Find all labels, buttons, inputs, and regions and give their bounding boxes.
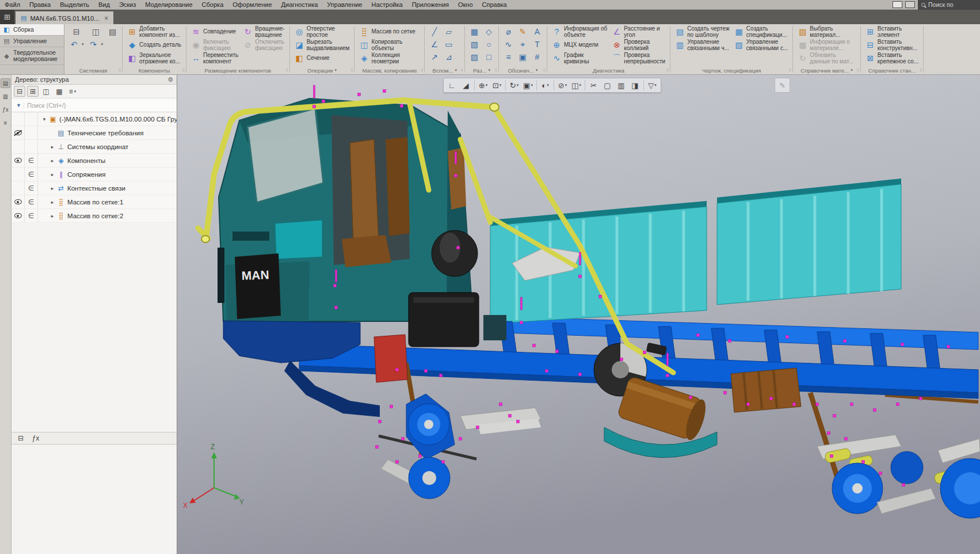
relation-cell[interactable]: ∈ <box>25 168 38 181</box>
note-diameter-button[interactable]: ⌀ <box>502 25 515 38</box>
menu-item[interactable]: Диагностика <box>277 1 323 9</box>
tree-item[interactable]: ▤Технические требования <box>12 126 177 140</box>
menu-item[interactable]: Правка <box>25 1 55 9</box>
section-button[interactable]: ◧Сечение <box>293 52 352 65</box>
mass-properties-button[interactable]: ⊕МЦХ модели <box>550 39 609 52</box>
collision-check-button[interactable]: ⊗Проверкаколлизий <box>610 39 667 52</box>
menu-item[interactable]: Вид <box>94 1 115 9</box>
distance-angle-button[interactable]: ∠Расстояние иугол <box>610 25 667 39</box>
select-material-button[interactable]: ▨Выбратьматериал... <box>796 25 855 39</box>
note-hash-button[interactable]: # <box>531 51 544 63</box>
expander-icon[interactable]: ▸ <box>48 213 56 219</box>
viewport[interactable]: MAN <box>177 75 980 554</box>
redo-button[interactable]: ↷▾ <box>87 38 105 51</box>
expander-icon[interactable]: ▸ <box>48 185 56 191</box>
visibility-cell[interactable] <box>12 209 25 222</box>
menu-item[interactable]: Эскиз <box>115 1 140 9</box>
relation-cell[interactable]: ∈ <box>25 209 38 222</box>
menu-item[interactable]: Файл <box>0 1 25 9</box>
coincidence-button[interactable]: ≋Совпадение <box>189 25 240 39</box>
tree-structure-mode-button[interactable]: ⊟ <box>14 86 25 97</box>
cut-extrude-button[interactable]: ◪Вырезатьвыдавливанием <box>293 39 352 52</box>
model-transfer-case[interactable] <box>731 368 801 412</box>
document-properties-button[interactable]: ▤ <box>106 25 119 38</box>
side-tab-assembly[interactable]: ◧Сборка <box>0 24 64 36</box>
tree-item[interactable]: ∈▸⇄Контекстные связи <box>12 181 177 195</box>
layout-shade-button[interactable]: ▨ <box>468 51 481 63</box>
appearance-button[interactable]: ◨ <box>628 79 642 92</box>
expander-icon[interactable]: ▸ <box>48 144 56 150</box>
document-tab[interactable]: ▤ MAN.6x6.TGS.01.M10... × <box>16 12 113 24</box>
continuity-check-button[interactable]: ⌒Проверканепрерывности <box>610 52 667 65</box>
relation-cell[interactable]: ∈ <box>25 195 38 208</box>
curvature-graph-button[interactable]: ∿Графиккривизны <box>550 52 609 65</box>
menu-item[interactable]: Настройка <box>367 1 407 9</box>
rotate-view-button[interactable]: ↻▾ <box>508 79 521 92</box>
tree-item[interactable]: ∈▸∥Сопряжения <box>12 168 177 181</box>
visibility-off-icon[interactable] <box>14 130 22 135</box>
material-info-button[interactable]: ▩Информация оматериале... <box>796 39 855 52</box>
aux-axis-button[interactable]: ↗ <box>428 51 441 63</box>
hide-objects-button[interactable]: ⊘▾ <box>556 79 569 92</box>
visibility-icon[interactable] <box>14 213 22 218</box>
visibility-cell[interactable] <box>12 154 25 167</box>
layout-grid-button[interactable]: ▦ <box>468 25 481 38</box>
create-part-button[interactable]: ◆Создать деталь <box>125 39 183 52</box>
undo-button[interactable]: ↶▾ <box>67 38 86 51</box>
menu-item[interactable]: Выделить <box>55 1 94 9</box>
manage-linked-specs-button[interactable]: ▧Управлениесвязанными с... <box>733 39 790 52</box>
tree-item[interactable]: ∈▸⣿Массив по сетке:1 <box>12 195 177 209</box>
note-wave-button[interactable]: ∿ <box>502 38 515 51</box>
tree-objects-mode-button[interactable]: ⊞ <box>27 86 39 97</box>
panel-menu-icon[interactable]: ≡ <box>1 118 10 128</box>
note-pencil-button[interactable]: ✎ <box>516 25 529 38</box>
expander-icon[interactable]: ▸ <box>48 199 56 205</box>
layout-circle-button[interactable]: ○ <box>482 38 495 51</box>
relation-cell[interactable] <box>25 112 38 126</box>
model-battery-box[interactable] <box>409 293 479 347</box>
create-drawing-template-button[interactable]: ▤Создать чертежпо шаблону <box>673 25 731 39</box>
insert-structural-button[interactable]: ⊟Вставитьконструктивн... <box>864 39 920 52</box>
menu-item[interactable]: Сборка <box>197 1 228 9</box>
object-filter-button[interactable]: ▽▾ <box>646 79 659 92</box>
tree-grid-button[interactable]: ▦ <box>54 86 65 97</box>
tree-search-input[interactable] <box>27 102 174 109</box>
print-preview-button[interactable]: ◫ <box>87 25 105 38</box>
visibility-cell[interactable] <box>12 112 25 126</box>
close-icon[interactable]: × <box>104 14 108 22</box>
note-letter-a-button[interactable]: A <box>531 25 544 38</box>
tree-documents-button[interactable]: ◫ <box>40 86 52 97</box>
note-letter-t-button[interactable]: T <box>531 38 544 51</box>
tree-tab-button[interactable]: ⊟ <box>15 433 26 444</box>
tree-display-options-button[interactable]: ≡▾ <box>67 86 78 97</box>
object-info-button[interactable]: ?Информация обобъекте <box>550 25 609 39</box>
enable-fixation-button[interactable]: ◉Включитьфиксацию <box>189 39 240 52</box>
copy-objects-button[interactable]: ◫Копироватьобъекты <box>357 39 417 52</box>
relation-cell[interactable] <box>25 126 38 139</box>
panel-variables-icon[interactable]: ƒx <box>1 105 10 115</box>
aux-angle-button[interactable]: ∠ <box>428 38 441 51</box>
menu-item[interactable]: Оформление <box>228 1 276 9</box>
layers-button[interactable]: ▥ <box>615 79 628 92</box>
aux-line-button[interactable]: ╱ <box>428 25 441 38</box>
section-view-button[interactable]: ✂ <box>587 79 600 92</box>
insert-element-button[interactable]: ⊞Вставитьэлемент <box>864 25 920 39</box>
layout-diamond-button[interactable]: ◇ <box>482 25 495 38</box>
side-tab-solid-modeling[interactable]: ◆Твердотельное моделирование <box>0 47 64 65</box>
mirror-components-button[interactable]: ◧Зеркальноеотражение ко... <box>125 52 183 65</box>
zoom-area-button[interactable]: ⊡▾ <box>490 79 504 92</box>
visibility-cell[interactable] <box>12 140 25 153</box>
tree-item[interactable]: ∈▸⣿Массив по сетке:2 <box>12 209 177 223</box>
expander-icon[interactable]: ▸ <box>48 158 56 164</box>
visibility-cell[interactable] <box>12 195 25 208</box>
orientation-button[interactable]: ▣▾ <box>521 79 535 92</box>
cascade-windows-icon[interactable] <box>893 1 902 8</box>
manage-linked-drawings-button[interactable]: ▥Управлениесвязанными ч... <box>673 39 731 52</box>
side-tab-management[interactable]: ▤Управление <box>0 36 64 47</box>
model-air-tank[interactable] <box>432 230 478 276</box>
note-lines-button[interactable]: ≡ <box>502 51 515 63</box>
hide-in-window-button[interactable]: ◫▾ <box>570 79 583 92</box>
layout-square-button[interactable]: □ <box>482 51 495 63</box>
model-cab[interactable]: MAN <box>218 98 473 321</box>
update-material-data-button[interactable]: ↻Обновитьданные по мат... <box>796 52 855 65</box>
